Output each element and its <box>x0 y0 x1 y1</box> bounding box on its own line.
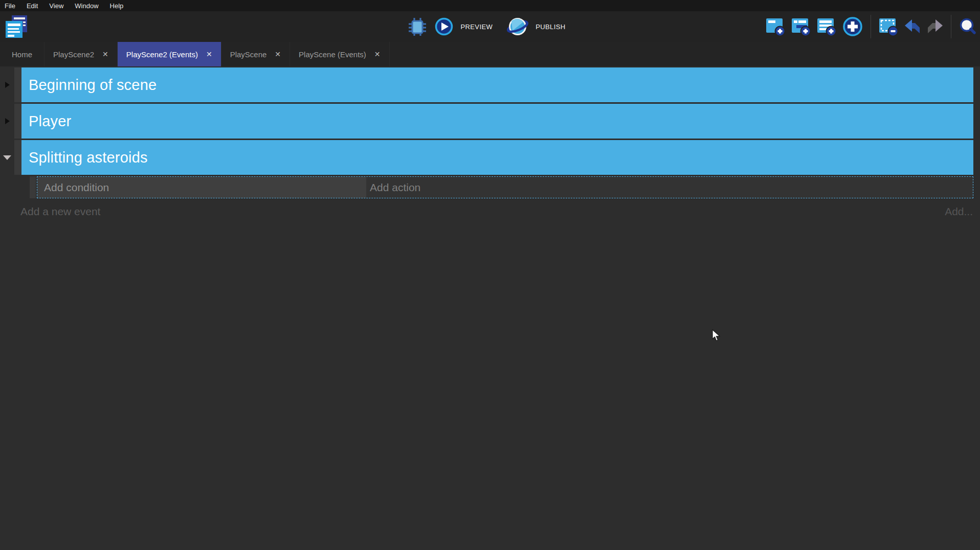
menu-bar: File Edit View Window Help <box>0 0 980 11</box>
gdevelop-window: { "window": { "menu_items": ["File", "Ed… <box>0 0 980 550</box>
add-event-menu-button[interactable]: Add... <box>945 205 973 218</box>
event-group-block[interactable]: Player <box>21 104 973 139</box>
event-group-title: Player <box>29 113 71 130</box>
event-gutter <box>0 104 14 139</box>
event-gutter <box>0 140 14 175</box>
menu-view[interactable]: View <box>49 2 63 10</box>
tab-home[interactable]: Home <box>0 42 44 66</box>
add-any-event-icon[interactable] <box>842 16 863 37</box>
tab-label: PlayScene2 (Events) <box>126 50 198 59</box>
empty-event-body: Add condition Add action <box>37 176 973 198</box>
tab-playscene2[interactable]: PlayScene2 ✕ <box>44 42 118 66</box>
close-icon[interactable]: ✕ <box>102 51 108 58</box>
event-group-block[interactable]: Beginning of scene <box>21 67 973 102</box>
event-group-block[interactable]: Splitting asteroids <box>21 140 973 175</box>
event-group-title: Beginning of scene <box>29 77 157 94</box>
event-group-row: Splitting asteroids <box>0 140 980 175</box>
add-subevent-icon[interactable] <box>791 16 811 37</box>
event-group-row: Beginning of scene <box>0 67 980 102</box>
add-condition-label: Add condition <box>44 181 109 194</box>
event-gutter <box>0 67 14 102</box>
add-action-button[interactable]: Add action <box>366 177 973 198</box>
toolbar-separator <box>951 15 951 38</box>
add-new-event-button[interactable]: Add a new event <box>20 205 100 218</box>
tab-playscene-events[interactable]: PlayScene (Events) ✕ <box>290 42 389 66</box>
publish-globe-icon[interactable] <box>506 15 529 38</box>
tab-label: PlayScene2 <box>53 50 94 59</box>
menu-help[interactable]: Help <box>110 2 124 10</box>
add-condition-button[interactable]: Add condition <box>37 177 366 198</box>
search-icon[interactable] <box>959 17 977 36</box>
close-icon[interactable]: ✕ <box>275 51 281 58</box>
editor-tabs: Home PlayScene2 ✕ PlayScene2 (Events) ✕ … <box>0 42 980 66</box>
subevent-indent <box>0 176 30 198</box>
collapse-arrow-icon[interactable] <box>5 118 10 124</box>
debugger-icon[interactable] <box>407 16 428 37</box>
event-group-row: Player <box>0 104 980 139</box>
add-comment-icon[interactable] <box>816 16 837 37</box>
delete-selection-icon[interactable] <box>878 16 899 37</box>
redo-icon[interactable] <box>926 19 944 34</box>
event-group-title: Splitting asteroids <box>29 149 148 166</box>
close-icon[interactable]: ✕ <box>374 51 381 58</box>
add-action-label: Add action <box>370 181 420 194</box>
events-toolbar <box>765 11 977 42</box>
tab-playscene2-events[interactable]: PlayScene2 (Events) ✕ <box>118 42 221 66</box>
collapse-arrow-icon[interactable] <box>5 82 10 88</box>
event-drag-handle[interactable] <box>14 140 21 175</box>
tab-label: PlayScene (Events) <box>299 50 366 59</box>
menu-edit[interactable]: Edit <box>27 2 38 10</box>
undo-icon[interactable] <box>904 19 921 34</box>
main-toolbar: PREVIEW PUBLISH <box>0 11 980 42</box>
publish-label[interactable]: PUBLISH <box>536 23 565 31</box>
preview-label[interactable]: PREVIEW <box>460 23 493 31</box>
menu-window[interactable]: Window <box>75 2 98 10</box>
events-sheet: Beginning of scene Player Splitting aste… <box>0 66 980 550</box>
event-drag-handle[interactable] <box>14 104 21 139</box>
mouse-cursor <box>712 329 721 345</box>
tab-label: Home <box>12 50 32 59</box>
add-new-event-row: Add a new event Add... <box>20 201 973 222</box>
event-drag-handle[interactable] <box>14 67 21 102</box>
expand-arrow-icon[interactable] <box>3 155 11 160</box>
toolbar-separator <box>871 15 871 38</box>
empty-event-row: Add condition Add action <box>0 176 980 198</box>
menu-file[interactable]: File <box>5 2 15 10</box>
preview-play-icon[interactable] <box>434 17 454 36</box>
tab-playscene[interactable]: PlayScene ✕ <box>221 42 290 66</box>
add-event-icon[interactable] <box>765 16 786 37</box>
event-drag-handle[interactable] <box>30 176 36 198</box>
close-icon[interactable]: ✕ <box>206 51 212 58</box>
tab-label: PlayScene <box>230 50 267 59</box>
